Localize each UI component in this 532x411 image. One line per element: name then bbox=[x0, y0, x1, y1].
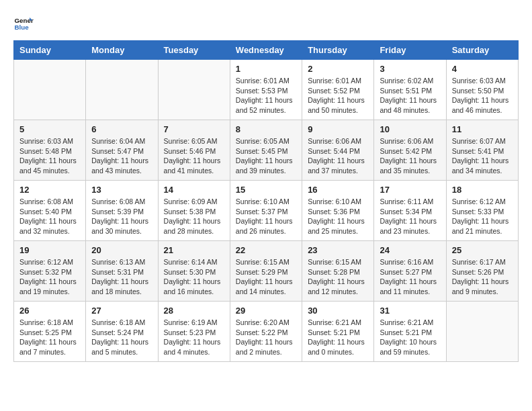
day-number: 20 bbox=[91, 245, 152, 255]
day-info: Sunrise: 6:17 AM Sunset: 5:26 PM Dayligh… bbox=[452, 257, 513, 297]
calendar-cell: 11Sunrise: 6:07 AM Sunset: 5:41 PM Dayli… bbox=[446, 120, 518, 181]
day-info: Sunrise: 6:20 AM Sunset: 5:22 PM Dayligh… bbox=[236, 318, 296, 357]
calendar-cell: 1Sunrise: 6:01 AM Sunset: 5:53 PM Daylig… bbox=[230, 60, 302, 120]
day-number: 11 bbox=[452, 124, 513, 134]
day-number: 25 bbox=[452, 245, 513, 255]
calendar-cell bbox=[446, 302, 518, 362]
day-info: Sunrise: 6:18 AM Sunset: 5:24 PM Dayligh… bbox=[91, 318, 152, 357]
calendar-cell: 25Sunrise: 6:17 AM Sunset: 5:26 PM Dayli… bbox=[446, 241, 518, 302]
day-number: 19 bbox=[19, 245, 80, 255]
day-number: 8 bbox=[236, 124, 296, 134]
calendar-cell: 5Sunrise: 6:03 AM Sunset: 5:48 PM Daylig… bbox=[14, 120, 86, 181]
day-info: Sunrise: 6:15 AM Sunset: 5:28 PM Dayligh… bbox=[308, 257, 368, 297]
day-number: 3 bbox=[380, 64, 440, 74]
day-number: 16 bbox=[308, 185, 368, 195]
calendar-cell: 2Sunrise: 6:01 AM Sunset: 5:52 PM Daylig… bbox=[302, 60, 374, 120]
weekday-header: Monday bbox=[86, 41, 158, 60]
day-number: 18 bbox=[452, 185, 513, 195]
day-info: Sunrise: 6:21 AM Sunset: 5:21 PM Dayligh… bbox=[308, 318, 368, 357]
day-info: Sunrise: 6:16 AM Sunset: 5:27 PM Dayligh… bbox=[380, 257, 440, 297]
calendar-week-row: 5Sunrise: 6:03 AM Sunset: 5:48 PM Daylig… bbox=[14, 120, 519, 181]
day-number: 13 bbox=[91, 185, 152, 195]
calendar-cell: 20Sunrise: 6:13 AM Sunset: 5:31 PM Dayli… bbox=[86, 241, 158, 302]
day-info: Sunrise: 6:14 AM Sunset: 5:30 PM Dayligh… bbox=[164, 257, 224, 297]
day-number: 15 bbox=[236, 185, 296, 195]
calendar-cell: 17Sunrise: 6:11 AM Sunset: 5:34 PM Dayli… bbox=[374, 181, 446, 241]
day-info: Sunrise: 6:01 AM Sunset: 5:52 PM Dayligh… bbox=[308, 76, 368, 116]
calendar-cell: 7Sunrise: 6:05 AM Sunset: 5:46 PM Daylig… bbox=[158, 120, 230, 181]
day-number: 6 bbox=[91, 124, 152, 134]
calendar-cell: 22Sunrise: 6:15 AM Sunset: 5:29 PM Dayli… bbox=[230, 241, 302, 302]
day-number: 2 bbox=[308, 64, 368, 74]
day-info: Sunrise: 6:02 AM Sunset: 5:51 PM Dayligh… bbox=[380, 76, 440, 116]
calendar-cell: 9Sunrise: 6:06 AM Sunset: 5:44 PM Daylig… bbox=[302, 120, 374, 181]
day-info: Sunrise: 6:18 AM Sunset: 5:25 PM Dayligh… bbox=[19, 318, 80, 357]
weekday-header: Saturday bbox=[446, 41, 518, 60]
day-info: Sunrise: 6:13 AM Sunset: 5:31 PM Dayligh… bbox=[91, 257, 152, 297]
day-info: Sunrise: 6:10 AM Sunset: 5:36 PM Dayligh… bbox=[308, 197, 368, 236]
calendar-cell: 19Sunrise: 6:12 AM Sunset: 5:32 PM Dayli… bbox=[14, 241, 86, 302]
day-info: Sunrise: 6:15 AM Sunset: 5:29 PM Dayligh… bbox=[236, 257, 296, 297]
calendar-cell: 13Sunrise: 6:08 AM Sunset: 5:39 PM Dayli… bbox=[86, 181, 158, 241]
day-info: Sunrise: 6:05 AM Sunset: 5:46 PM Dayligh… bbox=[164, 136, 224, 176]
calendar-cell: 21Sunrise: 6:14 AM Sunset: 5:30 PM Dayli… bbox=[158, 241, 230, 302]
day-number: 9 bbox=[308, 124, 368, 134]
day-info: Sunrise: 6:06 AM Sunset: 5:42 PM Dayligh… bbox=[380, 136, 440, 176]
calendar-cell: 4Sunrise: 6:03 AM Sunset: 5:50 PM Daylig… bbox=[446, 60, 518, 120]
weekday-header: Tuesday bbox=[158, 41, 230, 60]
calendar-cell bbox=[158, 60, 230, 120]
day-info: Sunrise: 6:05 AM Sunset: 5:45 PM Dayligh… bbox=[236, 136, 296, 176]
day-number: 24 bbox=[380, 245, 440, 255]
day-number: 14 bbox=[164, 185, 224, 195]
logo-icon: General Blue bbox=[13, 13, 34, 34]
day-info: Sunrise: 6:12 AM Sunset: 5:32 PM Dayligh… bbox=[19, 257, 80, 297]
day-info: Sunrise: 6:03 AM Sunset: 5:48 PM Dayligh… bbox=[19, 136, 80, 176]
calendar-cell: 18Sunrise: 6:12 AM Sunset: 5:33 PM Dayli… bbox=[446, 181, 518, 241]
calendar-cell: 15Sunrise: 6:10 AM Sunset: 5:37 PM Dayli… bbox=[230, 181, 302, 241]
calendar-week-row: 19Sunrise: 6:12 AM Sunset: 5:32 PM Dayli… bbox=[14, 241, 519, 302]
calendar-cell bbox=[86, 60, 158, 120]
day-info: Sunrise: 6:04 AM Sunset: 5:47 PM Dayligh… bbox=[91, 136, 152, 176]
day-info: Sunrise: 6:08 AM Sunset: 5:40 PM Dayligh… bbox=[19, 197, 80, 236]
calendar-cell: 10Sunrise: 6:06 AM Sunset: 5:42 PM Dayli… bbox=[374, 120, 446, 181]
calendar-cell: 30Sunrise: 6:21 AM Sunset: 5:21 PM Dayli… bbox=[302, 302, 374, 362]
day-number: 17 bbox=[380, 185, 440, 195]
day-info: Sunrise: 6:08 AM Sunset: 5:39 PM Dayligh… bbox=[91, 197, 152, 236]
day-number: 7 bbox=[164, 124, 224, 134]
day-number: 5 bbox=[19, 124, 80, 134]
weekday-header: Thursday bbox=[302, 41, 374, 60]
day-number: 23 bbox=[308, 245, 368, 255]
calendar-cell: 29Sunrise: 6:20 AM Sunset: 5:22 PM Dayli… bbox=[230, 302, 302, 362]
day-info: Sunrise: 6:01 AM Sunset: 5:53 PM Dayligh… bbox=[236, 76, 296, 116]
page-header: General Blue bbox=[13, 13, 519, 34]
calendar-cell: 8Sunrise: 6:05 AM Sunset: 5:45 PM Daylig… bbox=[230, 120, 302, 181]
day-number: 21 bbox=[164, 245, 224, 255]
day-number: 28 bbox=[164, 306, 224, 316]
weekday-header: Wednesday bbox=[230, 41, 302, 60]
calendar-header-row: SundayMondayTuesdayWednesdayThursdayFrid… bbox=[14, 41, 519, 60]
day-number: 22 bbox=[236, 245, 296, 255]
day-info: Sunrise: 6:21 AM Sunset: 5:21 PM Dayligh… bbox=[380, 318, 440, 357]
day-number: 31 bbox=[380, 306, 440, 316]
calendar-cell: 28Sunrise: 6:19 AM Sunset: 5:23 PM Dayli… bbox=[158, 302, 230, 362]
day-number: 12 bbox=[19, 185, 80, 195]
day-number: 30 bbox=[308, 306, 368, 316]
day-number: 29 bbox=[236, 306, 296, 316]
calendar-week-row: 26Sunrise: 6:18 AM Sunset: 5:25 PM Dayli… bbox=[14, 302, 519, 362]
day-info: Sunrise: 6:09 AM Sunset: 5:38 PM Dayligh… bbox=[164, 197, 224, 236]
calendar-cell: 12Sunrise: 6:08 AM Sunset: 5:40 PM Dayli… bbox=[14, 181, 86, 241]
day-info: Sunrise: 6:10 AM Sunset: 5:37 PM Dayligh… bbox=[236, 197, 296, 236]
day-info: Sunrise: 6:12 AM Sunset: 5:33 PM Dayligh… bbox=[452, 197, 513, 236]
calendar-cell: 27Sunrise: 6:18 AM Sunset: 5:24 PM Dayli… bbox=[86, 302, 158, 362]
day-info: Sunrise: 6:19 AM Sunset: 5:23 PM Dayligh… bbox=[164, 318, 224, 357]
day-info: Sunrise: 6:07 AM Sunset: 5:41 PM Dayligh… bbox=[452, 136, 513, 176]
calendar-cell bbox=[14, 60, 86, 120]
calendar-cell: 23Sunrise: 6:15 AM Sunset: 5:28 PM Dayli… bbox=[302, 241, 374, 302]
day-number: 27 bbox=[91, 306, 152, 316]
day-number: 1 bbox=[236, 64, 296, 74]
weekday-header: Friday bbox=[374, 41, 446, 60]
day-number: 4 bbox=[452, 64, 513, 74]
calendar-cell: 6Sunrise: 6:04 AM Sunset: 5:47 PM Daylig… bbox=[86, 120, 158, 181]
calendar-cell: 16Sunrise: 6:10 AM Sunset: 5:36 PM Dayli… bbox=[302, 181, 374, 241]
svg-text:Blue: Blue bbox=[15, 24, 30, 31]
